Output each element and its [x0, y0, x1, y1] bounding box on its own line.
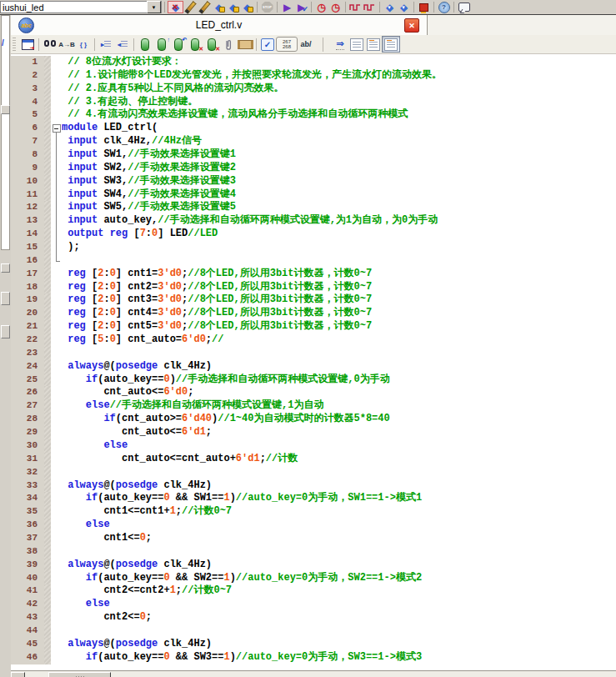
code-text: always@(posedge clk_4Hz): [62, 638, 616, 651]
next-bookmark-icon[interactable]: ↑: [153, 37, 170, 52]
close-icon[interactable]: ✕: [404, 18, 419, 33]
timing-analyzer-alt-icon[interactable]: ◷: [328, 1, 343, 13]
fitter-icon[interactable]: ◆: [240, 1, 254, 13]
code-line: 18 reg [2:0] cnt2=3'd0;//8个LED,所以用3bit计数…: [11, 281, 616, 294]
panel-mini-button[interactable]: [1, 105, 10, 114]
fold-margin: [51, 228, 62, 241]
compile-navigator-icon[interactable]: ◆✕: [168, 1, 183, 13]
toolbar-separator: [345, 2, 346, 13]
fold-margin: [51, 293, 62, 307]
find-icon[interactable]: [42, 37, 58, 52]
clear-all-bookmarks-icon[interactable]: ✕: [203, 37, 220, 52]
rtl-viewer-icon[interactable]: [417, 1, 431, 13]
code-editor[interactable]: 1 // 8位流水灯设计要求：2 // 1.设计能带8个LED发光管发光，并按照…: [11, 54, 616, 670]
code-line: 45 always@(posedge clk_4Hz): [11, 638, 616, 651]
assignment-editor-icon[interactable]: [183, 1, 198, 13]
code-text: if(auto_key==0 && SW1==1)//auto_key=0为手动…: [62, 492, 616, 505]
indent-icon[interactable]: ▸: [98, 37, 114, 52]
comment-icon[interactable]: [457, 1, 471, 13]
waveform-simulator-icon[interactable]: [363, 1, 377, 13]
code-line: 20 reg [2:0] cnt4=3'd0;//8个LED,所以用3bit计数…: [11, 307, 616, 320]
code-line: 38: [11, 545, 616, 559]
line-number: 6: [11, 122, 44, 135]
overwrite-mode-icon[interactable]: ab/: [298, 37, 314, 52]
analysis-synthesis-icon[interactable]: ◆: [226, 1, 240, 13]
signal-tap-icon[interactable]: ◆▼: [397, 1, 411, 13]
panel-mini-button[interactable]: [1, 263, 10, 273]
help-icon[interactable]: ?: [437, 1, 451, 13]
selection-margin: [44, 505, 51, 519]
selection-margin: [44, 399, 51, 413]
view-document-icon[interactable]: [348, 37, 365, 52]
code-text: always@(posedge clk_4Hz): [62, 479, 616, 493]
clear-bookmark-icon[interactable]: ✕: [187, 37, 203, 52]
fold-margin: [51, 466, 62, 479]
project-dropdown[interactable]: iushui_led ▼: [0, 1, 162, 13]
editor-settings-icon[interactable]: [19, 37, 36, 52]
scroll-left-icon[interactable]: ◀: [11, 672, 25, 677]
line-count-indicator: 267 268: [276, 37, 298, 52]
match-delimiter-icon[interactable]: { }: [75, 37, 92, 52]
toggle-bookmark-icon[interactable]: [137, 37, 153, 52]
fold-collapse-icon[interactable]: [51, 122, 62, 135]
programmer-icon[interactable]: ◆▼: [383, 1, 397, 13]
syntax-check-icon[interactable]: ✓: [259, 37, 276, 52]
start-analysis-icon[interactable]: ▶✓: [294, 1, 308, 13]
compile-design-icon[interactable]: ◆: [212, 1, 226, 13]
line-number: 24: [11, 360, 44, 374]
code-line: 21 reg [2:0] cnt5=3'd0;//8个LED,所以用3bit计数…: [11, 320, 616, 333]
attach-icon[interactable]: [220, 37, 237, 52]
view-full-icon[interactable]: [382, 36, 400, 53]
toolbar-grip[interactable]: [13, 38, 16, 51]
panel-mini-button[interactable]: [1, 292, 10, 305]
line-number: 17: [11, 268, 44, 281]
dropdown-arrow-icon[interactable]: ▼: [147, 1, 161, 13]
selection-margin: [44, 638, 51, 651]
horizontal-scrollbar[interactable]: ◀: [11, 670, 616, 677]
scrollbar-thumb[interactable]: [48, 672, 111, 677]
code-text: cnt1<=cnt1+1;//计数0~7: [62, 505, 616, 519]
code-text: reg [2:0] cnt3=3'd0;//8个LED,所以用3bit计数器，计…: [62, 293, 616, 307]
fold-margin: [51, 439, 62, 453]
fold-margin: [51, 426, 62, 439]
code-text: cnt1<=0;: [62, 532, 616, 545]
fold-margin: [51, 307, 62, 320]
pin-planner-icon[interactable]: [198, 1, 212, 13]
goto-line-icon[interactable]: ⇒: [332, 37, 348, 52]
selection-margin: [44, 96, 51, 109]
timing-analyzer-icon[interactable]: ◷: [314, 1, 328, 13]
code-line: 39 always@(posedge clk_4Hz): [11, 559, 616, 572]
selection-margin: [44, 69, 51, 83]
fold-margin: [51, 386, 62, 399]
line-number: 11: [11, 188, 44, 202]
waveform-editor-icon[interactable]: [348, 1, 363, 13]
code-text: );: [62, 241, 616, 254]
view-outline-icon[interactable]: [365, 37, 382, 52]
code-text: cnt_auto<=6'd0;: [62, 386, 616, 399]
fold-margin: [51, 188, 62, 202]
selection-margin: [44, 188, 51, 202]
stop-icon[interactable]: STOP: [260, 1, 274, 13]
code-line: 10 input SW3,//手动效果选择设置键3: [11, 175, 616, 188]
code-text: input SW1,//手动效果选择设置键1: [62, 148, 616, 162]
line-number: 14: [11, 228, 44, 241]
fold-margin: [51, 572, 62, 585]
fold-margin: [51, 69, 62, 83]
tab-led-ctrl[interactable]: abc LED_ctrl.v ✕: [11, 15, 428, 36]
panel-mini-button[interactable]: [1, 325, 10, 338]
start-compilation-icon[interactable]: ▶: [280, 1, 294, 13]
line-number: 10: [11, 175, 44, 188]
replace-icon[interactable]: A→B: [58, 37, 75, 52]
line-number: 1: [11, 56, 44, 69]
toolbar-separator: [413, 2, 414, 13]
code-line: 5 // 4.有流动闪亮效果选择设置键，流动风格分手动选择和自动循环两种模式: [11, 108, 616, 122]
selection-margin: [44, 268, 51, 281]
insert-template-icon[interactable]: [237, 37, 253, 52]
fold-margin: [51, 56, 62, 69]
code-line: 8 input SW1,//手动效果选择设置键1: [11, 148, 616, 162]
fold-margin: [51, 611, 62, 624]
toolbar-separator: [164, 2, 165, 13]
unindent-icon[interactable]: ◂: [114, 37, 131, 52]
previous-bookmark-icon[interactable]: ↶: [170, 37, 187, 52]
fold-margin: [51, 492, 62, 505]
